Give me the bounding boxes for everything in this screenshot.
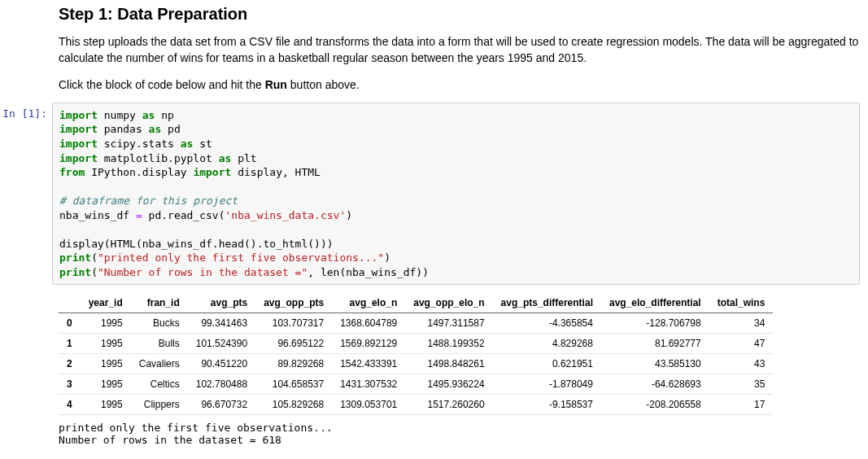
step-description-2: Click the block of code below and hit th…	[59, 76, 860, 93]
table-header-row: year_id fran_id avg_pts avg_opp_pts avg_…	[59, 293, 773, 313]
col-header: avg_pts_differential	[493, 293, 601, 313]
cell: Bucks	[131, 313, 188, 334]
stdout: printed only the first five observations…	[59, 422, 860, 446]
cell: 1569.892129	[332, 334, 405, 354]
cell: 1542.433391	[332, 354, 405, 374]
cell: 35	[709, 374, 774, 395]
cell: 105.829268	[255, 395, 332, 415]
cell: -1.878049	[493, 374, 601, 395]
cell: 1498.848261	[405, 354, 492, 374]
cell: 47	[709, 334, 774, 354]
cell: -208.206558	[601, 395, 709, 415]
step-heading: Step 1: Data Preparation	[59, 5, 860, 24]
cell: 1995	[81, 313, 131, 334]
row-index: 0	[59, 313, 81, 334]
row-index: 1	[59, 334, 81, 354]
cell: Celtics	[131, 374, 188, 395]
cell: 104.658537	[255, 374, 332, 395]
cell: 43	[709, 354, 774, 374]
cell: -9.158537	[493, 395, 601, 415]
cell: 96.695122	[255, 334, 332, 354]
output-cell: year_id fran_id avg_pts avg_opp_pts avg_…	[0, 285, 868, 446]
cell: 1995	[81, 354, 131, 374]
row-index: 2	[59, 354, 81, 374]
cell: Cavaliers	[131, 354, 188, 374]
cell: 101.524390	[188, 334, 255, 354]
col-header: avg_opp_pts	[255, 293, 332, 313]
col-header: fran_id	[131, 293, 188, 313]
cell: 90.451220	[188, 354, 255, 374]
cell: 1517.260260	[405, 395, 492, 415]
step-description-1: This step uploads the data set from a CS…	[59, 33, 860, 67]
cell: 1431.307532	[332, 374, 405, 395]
table-row: 31995Celtics102.780488104.6585371431.307…	[59, 374, 773, 395]
table-row: 41995Clippers96.670732105.8292681309.053…	[59, 395, 773, 415]
cell: 1495.936224	[405, 374, 492, 395]
code-input-area[interactable]: import numpy as np import pandas as pd i…	[52, 103, 860, 286]
col-header: avg_pts	[188, 293, 255, 313]
cell: -4.365854	[493, 313, 601, 334]
cell: 1368.604789	[332, 313, 405, 334]
row-index: 4	[59, 395, 81, 415]
table-row: 01995Bucks99.341463103.7073171368.604789…	[59, 313, 773, 334]
cell: 99.341463	[188, 313, 255, 334]
row-index: 3	[59, 374, 81, 395]
cell: 103.707317	[255, 313, 332, 334]
col-header: avg_elo_differential	[601, 293, 709, 313]
dataframe-table: year_id fran_id avg_pts avg_opp_pts avg_…	[59, 293, 773, 415]
cell: 43.585130	[601, 354, 709, 374]
cell: 81.692777	[601, 334, 709, 354]
cell: 1995	[81, 334, 131, 354]
cell: 89.829268	[255, 354, 332, 374]
cell: 0.621951	[493, 354, 601, 374]
cell: Bulls	[131, 334, 188, 354]
cell: 34	[709, 313, 774, 334]
cell: 96.670732	[188, 395, 255, 415]
code-cell[interactable]: In [1]: import numpy as np import pandas…	[0, 103, 868, 286]
cell: 1309.053701	[332, 395, 405, 415]
cell: 1488.199352	[405, 334, 492, 354]
table-row: 11995Bulls101.52439096.6951221569.892129…	[59, 334, 773, 354]
col-header: avg_opp_elo_n	[405, 293, 492, 313]
input-prompt: In [1]:	[0, 103, 52, 120]
col-header: total_wins	[709, 293, 774, 313]
cell: 1497.311587	[405, 313, 492, 334]
cell: 17	[709, 395, 774, 415]
col-header: year_id	[81, 293, 131, 313]
cell: Clippers	[131, 395, 188, 415]
cell: 4.829268	[493, 334, 601, 354]
cell: 1995	[81, 395, 131, 415]
cell: 102.780488	[188, 374, 255, 395]
cell: -128.706798	[601, 313, 709, 334]
col-header: avg_elo_n	[332, 293, 405, 313]
cell: 1995	[81, 374, 131, 395]
markdown-cell: Step 1: Data Preparation This step uploa…	[0, 5, 868, 93]
table-row: 21995Cavaliers90.45122089.8292681542.433…	[59, 354, 773, 374]
cell: -64.628693	[601, 374, 709, 395]
